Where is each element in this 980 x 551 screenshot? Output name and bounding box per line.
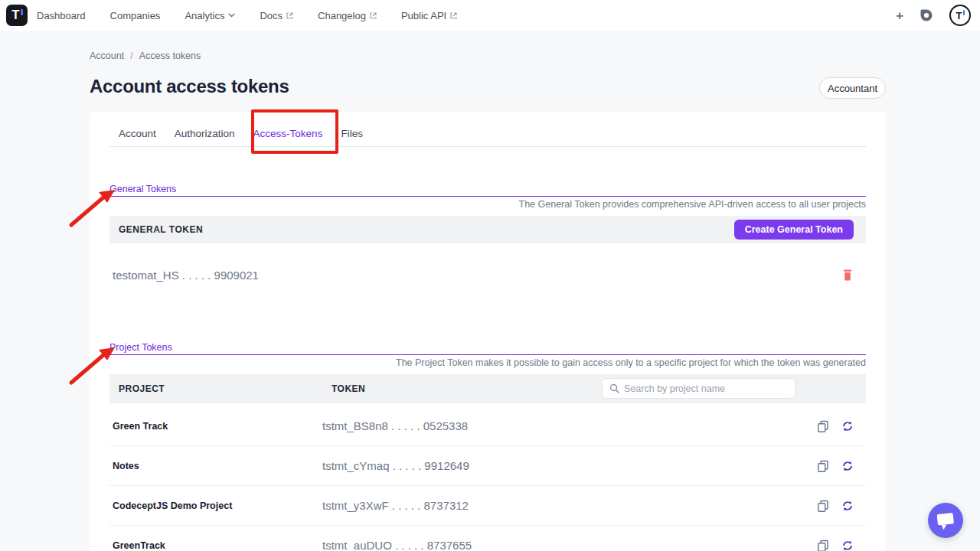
- table-row: Green Track tstmt_BS8n8 . . . . . 052533…: [109, 406, 866, 446]
- create-general-token-button[interactable]: Create General Token: [734, 220, 854, 240]
- breadcrumb: Account / Access tokens: [90, 51, 201, 61]
- project-token-value: tstmt_cYmaq . . . . . 9912649: [322, 459, 469, 472]
- search-input[interactable]: [624, 383, 795, 394]
- nav-companies[interactable]: Companies: [110, 10, 161, 21]
- nav-changelog[interactable]: Changelog: [318, 10, 377, 21]
- project-tokens-description: The Project Token makes it possible to g…: [109, 357, 866, 368]
- nav-public-api[interactable]: Public API: [401, 10, 457, 21]
- project-token-table: Green Track tstmt_BS8n8 . . . . . 052533…: [109, 406, 866, 551]
- external-link-icon: [370, 12, 377, 19]
- page-title: Account access tokens: [90, 76, 289, 97]
- table-row: GreenTrack tstmt_auDUO . . . . . 8737655: [109, 526, 866, 551]
- accountant-button[interactable]: Accountant: [819, 77, 886, 99]
- chat-bubble-icon: [928, 503, 963, 538]
- general-tokens-description: The General Token provides comprehensive…: [109, 199, 866, 210]
- app-logo[interactable]: T: [6, 5, 28, 26]
- navbar-actions: + T: [896, 5, 971, 26]
- top-navbar: T Dashboard Companies Analytics Docs Cha…: [0, 0, 980, 31]
- support-icon[interactable]: [919, 8, 934, 23]
- refresh-icon[interactable]: [841, 499, 854, 512]
- copy-icon[interactable]: [816, 539, 829, 551]
- project-token-value: tstmt_BS8n8 . . . . . 0525338: [322, 419, 468, 432]
- avatar-accent: [963, 10, 965, 15]
- table-row: Notes tstmt_cYmaq . . . . . 9912649: [109, 446, 866, 486]
- breadcrumb-separator: /: [130, 51, 132, 61]
- tab-files[interactable]: Files: [332, 121, 372, 146]
- breadcrumb-access-tokens: Access tokens: [139, 51, 201, 61]
- general-tokens-heading[interactable]: General Tokens: [109, 184, 176, 196]
- refresh-icon[interactable]: [841, 419, 854, 432]
- app-logo-letter: T: [12, 9, 20, 21]
- tab-access-tokens[interactable]: Access-Tokens: [244, 121, 332, 146]
- trash-icon[interactable]: [841, 269, 854, 282]
- general-token-column-header: GENERAL TOKEN: [119, 224, 203, 235]
- tab-account[interactable]: Account: [109, 121, 165, 146]
- nav-analytics[interactable]: Analytics: [185, 10, 235, 21]
- general-tokens-heading-row: General Tokens: [109, 181, 866, 197]
- avatar-letter: T: [956, 11, 962, 21]
- plus-icon[interactable]: +: [896, 9, 903, 22]
- breadcrumb-account[interactable]: Account: [90, 51, 124, 61]
- refresh-icon[interactable]: [841, 539, 854, 551]
- project-token-value: tstmt_auDUO . . . . . 8737655: [322, 539, 472, 551]
- project-search: [602, 378, 795, 399]
- project-tokens-heading-row: Project Tokens: [109, 340, 866, 355]
- project-name: Notes: [113, 461, 139, 471]
- project-token-value: tstmt_y3XwF . . . . . 8737312: [322, 499, 469, 512]
- general-token-row: testomat_HS . . . . . 9909021: [109, 262, 866, 288]
- content-card: Account Authorization Access-Tokens File…: [90, 112, 886, 551]
- refresh-icon[interactable]: [841, 459, 854, 472]
- tab-authorization[interactable]: Authorization: [165, 121, 244, 146]
- nav-docs[interactable]: Docs: [260, 10, 293, 21]
- app-logo-accent: [21, 9, 23, 15]
- project-name: CodeceptJS Demo Project: [113, 500, 232, 511]
- project-tokens-heading[interactable]: Project Tokens: [109, 342, 172, 354]
- table-row: CodeceptJS Demo Project tstmt_y3XwF . . …: [109, 486, 866, 526]
- token-column-header: TOKEN: [332, 383, 365, 394]
- copy-icon[interactable]: [816, 419, 829, 432]
- general-token-header-row: GENERAL TOKEN Create General Token: [109, 216, 866, 243]
- external-link-icon: [450, 12, 457, 19]
- copy-icon[interactable]: [816, 459, 829, 472]
- chat-launcher-button[interactable]: [928, 503, 963, 538]
- project-name: Green Track: [113, 421, 168, 432]
- external-link-icon: [286, 12, 293, 19]
- tab-bar: Account Authorization Access-Tokens File…: [109, 121, 866, 147]
- project-column-header: PROJECT: [119, 383, 165, 394]
- general-token-value: testomat_HS . . . . . 9909021: [113, 269, 259, 282]
- chevron-down-icon: [228, 13, 235, 18]
- search-icon: [609, 383, 619, 393]
- user-avatar[interactable]: T: [949, 5, 971, 26]
- primary-nav: Dashboard Companies Analytics Docs Chang…: [37, 10, 457, 21]
- copy-icon[interactable]: [816, 499, 829, 512]
- nav-dashboard[interactable]: Dashboard: [37, 10, 86, 21]
- project-name: GreenTrack: [113, 540, 165, 551]
